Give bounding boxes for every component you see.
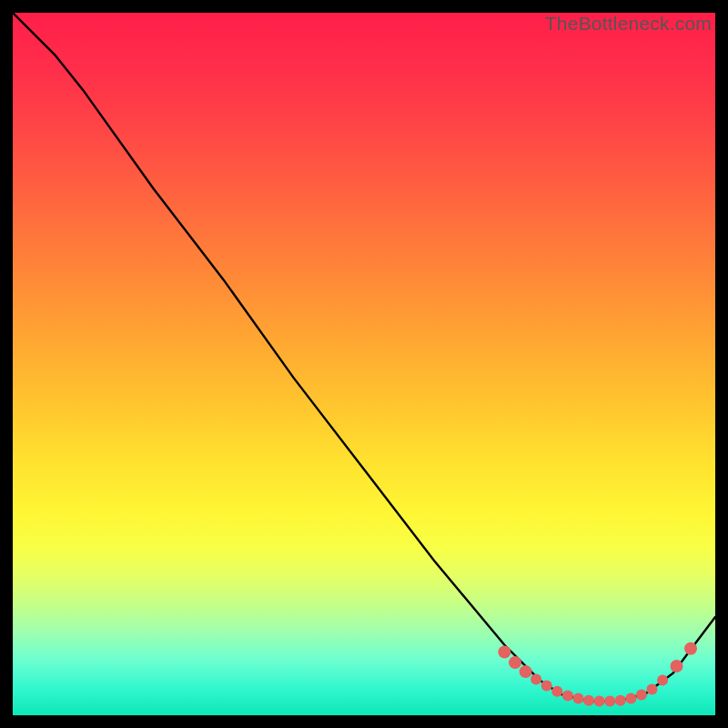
marker-dot xyxy=(657,674,668,685)
marker-dot xyxy=(520,665,532,678)
marker-dot xyxy=(509,656,521,669)
marker-cluster xyxy=(498,642,697,707)
marker-dot xyxy=(647,683,658,694)
marker-dot xyxy=(625,693,636,704)
chart-frame: TheBottleneck.com xyxy=(13,13,715,715)
marker-dot xyxy=(573,693,584,704)
marker-dot xyxy=(531,674,541,685)
marker-dot xyxy=(562,690,573,701)
marker-dot xyxy=(636,690,647,701)
watermark-text: TheBottleneck.com xyxy=(545,13,712,35)
marker-dot xyxy=(583,695,594,706)
marker-dot xyxy=(615,695,626,706)
chart-svg xyxy=(13,13,715,715)
marker-dot xyxy=(604,696,615,707)
marker-dot xyxy=(498,646,511,659)
marker-dot xyxy=(671,660,683,672)
bottleneck-curve xyxy=(13,13,715,702)
marker-dot xyxy=(594,696,605,707)
marker-dot xyxy=(541,681,552,692)
marker-dot xyxy=(684,642,697,655)
marker-dot xyxy=(551,686,562,697)
